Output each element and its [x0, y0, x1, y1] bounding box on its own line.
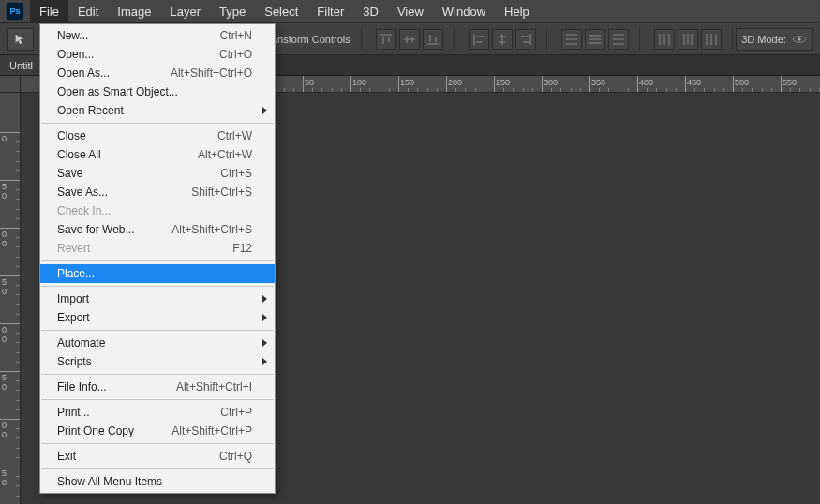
vertical-ruler: 050005000500050: [0, 93, 21, 504]
menu-item-label: File Info...: [57, 380, 107, 393]
file-menu-exit[interactable]: ExitCtrl+Q: [40, 447, 275, 466]
3d-mode-selector[interactable]: 3D Mode:: [736, 28, 813, 51]
submenu-arrow-icon: [262, 314, 267, 321]
align-vcenter-button[interactable]: [399, 29, 420, 50]
file-menu-save-as[interactable]: Save As...Shift+Ctrl+S: [40, 183, 275, 201]
menu-item-label: Save: [57, 167, 82, 180]
svg-point-5: [798, 38, 801, 41]
document-tab-label: Untitl: [9, 60, 33, 71]
file-menu-dropdown: New...Ctrl+NOpen...Ctrl+OOpen As...Alt+S…: [39, 23, 276, 494]
divider: [546, 29, 547, 50]
file-menu-close[interactable]: CloseCtrl+W: [40, 126, 275, 145]
menu-item-label: Check In...: [57, 204, 111, 217]
align-top-button[interactable]: [376, 29, 396, 50]
menu-item-shortcut: Ctrl+O: [219, 48, 252, 61]
menu-bar: Ps FileEditImageLayerTypeSelectFilter3DV…: [0, 0, 820, 23]
menu-type[interactable]: Type: [210, 0, 255, 22]
menu-item-label: Save for Web...: [57, 223, 134, 236]
menu-layer[interactable]: Layer: [161, 0, 211, 22]
align-group-2: [469, 29, 536, 50]
file-menu-open-as[interactable]: Open As...Alt+Shift+Ctrl+O: [40, 64, 275, 82]
file-menu-place[interactable]: Place...: [40, 264, 275, 283]
submenu-arrow-icon: [262, 358, 267, 365]
menu-filter[interactable]: Filter: [307, 0, 353, 22]
file-menu-save[interactable]: SaveCtrl+S: [40, 164, 275, 183]
menu-item-label: Open Recent: [57, 104, 124, 117]
menu-window[interactable]: Window: [433, 0, 495, 22]
file-menu-import[interactable]: Import: [40, 289, 275, 308]
menu-edit[interactable]: Edit: [68, 0, 108, 22]
distribute-left-button[interactable]: [654, 29, 675, 50]
menu-item-shortcut: Alt+Ctrl+W: [198, 148, 252, 161]
menu-separator: [41, 286, 274, 287]
menu-item-label: Automate: [57, 336, 105, 349]
menu-item-shortcut: Ctrl+W: [217, 129, 252, 142]
distribute-top-button[interactable]: [561, 29, 582, 50]
file-menu-save-for-web[interactable]: Save for Web...Alt+Shift+Ctrl+S: [40, 220, 275, 239]
file-menu-export[interactable]: Export: [40, 308, 275, 327]
file-menu-new[interactable]: New...Ctrl+N: [40, 26, 275, 45]
menu-item-shortcut: Alt+Shift+Ctrl+P: [171, 424, 252, 437]
menu-image[interactable]: Image: [108, 0, 160, 22]
menu-item-label: Show All Menu Items: [57, 475, 162, 488]
menu-item-shortcut: Alt+Shift+Ctrl+I: [176, 380, 252, 393]
menu-item-label: Place...: [57, 267, 95, 280]
align-bottom-button[interactable]: [423, 29, 443, 50]
menu-item-label: Close All: [57, 148, 101, 161]
menu-separator: [41, 374, 274, 375]
menu-item-shortcut: Ctrl+S: [220, 167, 252, 180]
distribute-group-1: [561, 29, 629, 50]
menu-item-label: Scripts: [57, 355, 92, 368]
menu-separator: [41, 468, 274, 469]
menu-select[interactable]: Select: [255, 0, 307, 22]
file-menu-open-as-smart-object[interactable]: Open as Smart Object...: [40, 82, 275, 101]
menu-item-label: Revert: [57, 242, 90, 255]
transform-controls-label: Transform Controls: [262, 34, 350, 45]
menu-separator: [41, 443, 274, 444]
svg-text:Ps: Ps: [9, 7, 20, 16]
menu-item-shortcut: Alt+Shift+Ctrl+O: [171, 67, 252, 80]
menu-help[interactable]: Help: [495, 0, 539, 22]
distribute-group-2: [654, 29, 722, 50]
menu-item-label: Exit: [57, 450, 76, 463]
file-menu-print-one-copy[interactable]: Print One CopyAlt+Shift+Ctrl+P: [40, 422, 275, 440]
menu-item-shortcut: Ctrl+N: [220, 29, 252, 42]
menu-view[interactable]: View: [388, 0, 433, 22]
distribute-hcenter-button[interactable]: [678, 29, 698, 50]
align-left-button[interactable]: [469, 29, 489, 50]
menu-item-label: Open...: [57, 48, 94, 61]
menu-item-shortcut: Ctrl+P: [220, 406, 252, 419]
align-hcenter-button[interactable]: [492, 29, 513, 50]
divider: [639, 29, 640, 50]
menu-item-label: Open as Smart Object...: [57, 85, 178, 98]
divider: [361, 29, 362, 50]
move-tool-icon[interactable]: [7, 28, 34, 51]
align-group-1: [376, 29, 443, 50]
file-menu-show-all-menu-items[interactable]: Show All Menu Items: [40, 472, 275, 491]
distribute-bottom-button[interactable]: [608, 29, 629, 50]
menu-separator: [41, 260, 274, 261]
menu-3d[interactable]: 3D: [353, 0, 388, 22]
file-menu-file-info[interactable]: File Info...Alt+Shift+Ctrl+I: [40, 378, 275, 396]
submenu-arrow-icon: [262, 339, 267, 347]
distribute-vcenter-button[interactable]: [585, 29, 605, 50]
menu-item-label: New...: [57, 29, 88, 42]
divider: [454, 29, 455, 50]
3d-mode-label: 3D Mode:: [741, 34, 786, 45]
file-menu-automate[interactable]: Automate: [40, 334, 275, 352]
file-menu-open[interactable]: Open...Ctrl+O: [40, 45, 275, 64]
file-menu-print[interactable]: Print...Ctrl+P: [40, 403, 275, 422]
file-menu-open-recent[interactable]: Open Recent: [40, 101, 275, 120]
align-right-button[interactable]: [515, 29, 536, 50]
menu-separator: [41, 123, 274, 124]
menu-separator: [41, 399, 274, 400]
file-menu-scripts[interactable]: Scripts: [40, 352, 275, 371]
menu-item-shortcut: Shift+Ctrl+S: [191, 185, 252, 199]
file-menu-close-all[interactable]: Close AllAlt+Ctrl+W: [40, 145, 275, 164]
menu-item-label: Export: [57, 311, 90, 324]
menu-file[interactable]: File: [30, 0, 68, 22]
file-menu-check-in: Check In...: [40, 201, 275, 220]
menu-item-shortcut: Ctrl+Q: [219, 450, 252, 463]
distribute-right-button[interactable]: [701, 29, 722, 50]
submenu-arrow-icon: [262, 107, 267, 114]
